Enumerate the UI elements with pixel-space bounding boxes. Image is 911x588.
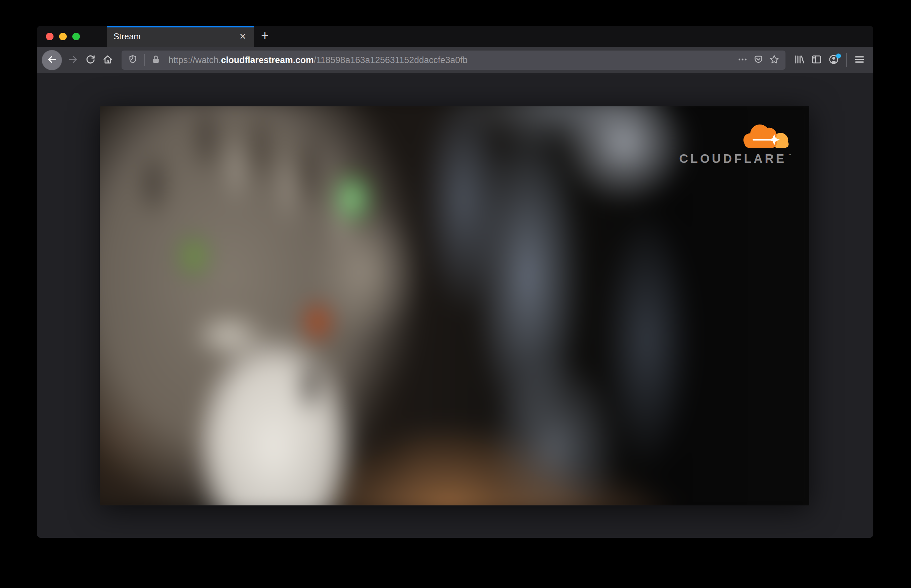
minimize-window-button[interactable] xyxy=(59,33,67,40)
reload-icon xyxy=(85,54,96,66)
url-text: https://watch.cloudflarestream.com/11859… xyxy=(168,55,735,65)
hamburger-menu-icon xyxy=(854,54,865,66)
pocket-button[interactable] xyxy=(751,52,766,68)
menu-button[interactable] xyxy=(851,52,868,69)
urlbar-divider xyxy=(144,54,145,66)
forward-arrow-icon xyxy=(68,54,79,66)
toolbar-divider xyxy=(846,53,847,67)
sidebar-icon xyxy=(811,54,822,66)
cloudflare-brand-text: CLOUDFLARE xyxy=(679,153,787,165)
url-path: /118598a163a125631152ddaccfe3a0fb xyxy=(314,55,468,65)
back-button[interactable] xyxy=(42,50,62,70)
reload-button[interactable] xyxy=(82,52,99,69)
cloudflare-trademark: ™ xyxy=(787,153,791,158)
close-window-button[interactable] xyxy=(46,33,53,40)
shield-icon xyxy=(128,55,138,66)
account-notification-badge xyxy=(836,53,841,58)
forward-button[interactable] xyxy=(65,52,82,69)
tab-bar-empty-space xyxy=(276,26,873,47)
window-controls xyxy=(37,26,107,47)
url-domain: cloudflarestream.com xyxy=(221,55,314,65)
url-bar[interactable]: https://watch.cloudflarestream.com/11859… xyxy=(121,50,785,70)
browser-window: Stream ✕ + xyxy=(37,26,873,538)
tab-close-icon[interactable]: ✕ xyxy=(236,30,249,43)
desktop-background: Stream ✕ + xyxy=(0,0,911,588)
new-tab-button[interactable]: + xyxy=(254,26,276,47)
bookmark-button[interactable] xyxy=(766,52,782,68)
tracking-protection-button[interactable] xyxy=(125,52,141,68)
account-button[interactable] xyxy=(825,52,842,69)
home-icon xyxy=(102,54,113,66)
star-icon xyxy=(769,54,780,66)
page-actions-button[interactable] xyxy=(735,52,751,68)
library-icon xyxy=(794,54,805,66)
home-button[interactable] xyxy=(99,52,116,69)
navigation-toolbar: https://watch.cloudflarestream.com/11859… xyxy=(37,47,873,73)
page-content: CLOUDFLARE ™ xyxy=(37,73,873,538)
tab-bar: Stream ✕ + xyxy=(37,26,873,47)
video-frame-blurry-cat xyxy=(100,107,809,506)
library-button[interactable] xyxy=(791,52,808,69)
tab-stream[interactable]: Stream ✕ xyxy=(107,26,254,47)
url-scheme: https://watch. xyxy=(168,55,221,65)
pocket-icon xyxy=(753,55,763,66)
video-player[interactable]: CLOUDFLARE ™ xyxy=(100,107,809,506)
site-identity-button[interactable] xyxy=(148,52,164,68)
tab-title: Stream xyxy=(114,32,236,41)
back-arrow-icon xyxy=(47,54,57,66)
lock-icon xyxy=(151,55,160,65)
zoom-window-button[interactable] xyxy=(72,33,80,40)
sidebar-button[interactable] xyxy=(808,52,825,69)
cloudflare-wordmark: CLOUDFLARE ™ xyxy=(679,153,791,165)
cloudflare-cloud-icon xyxy=(738,123,791,151)
cloudflare-logo: CLOUDFLARE ™ xyxy=(679,123,791,165)
three-dots-icon xyxy=(738,55,748,66)
